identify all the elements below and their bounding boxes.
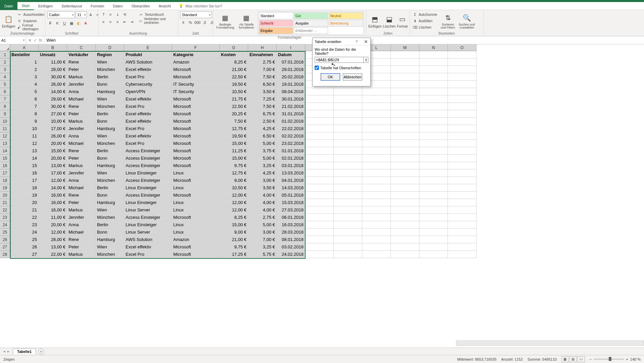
italic-button[interactable]: K — [54, 20, 60, 26]
row-header[interactable]: 20 — [0, 192, 10, 199]
cell[interactable]: 21.02.2018 — [277, 103, 305, 110]
cell[interactable] — [419, 103, 448, 110]
cell[interactable]: 3,00 € — [248, 177, 277, 184]
cell[interactable]: Markus — [67, 206, 96, 214]
view-page-break-button[interactable]: ▭ — [578, 356, 585, 362]
cell[interactable] — [419, 95, 448, 103]
cell[interactable]: OpenVPN — [124, 88, 172, 95]
align-left-icon[interactable]: ≡ — [100, 19, 106, 25]
cell[interactable]: 15 — [10, 162, 39, 169]
cell[interactable] — [362, 132, 391, 140]
cell[interactable] — [305, 118, 334, 125]
currency-icon[interactable]: € — [180, 19, 186, 26]
cell[interactable]: 4,00 € — [248, 192, 277, 199]
cell[interactable]: Wien — [96, 243, 124, 251]
zoom-slider[interactable]: − + 140 % — [590, 357, 641, 361]
cell[interactable]: München — [96, 214, 124, 221]
cell[interactable]: Markus — [67, 162, 96, 169]
cell[interactable] — [362, 184, 391, 192]
cell[interactable] — [391, 110, 419, 118]
format-as-table-button[interactable]: ▦Als Tabelle formatieren — [236, 11, 256, 31]
col-header-C[interactable]: C — [67, 44, 96, 51]
cell[interactable]: 15,00 € — [39, 147, 67, 155]
cell[interactable]: 17,00 € — [39, 169, 67, 177]
format-painter-button[interactable]: 🖌Format übertragen — [16, 24, 45, 30]
cell[interactable]: Rene — [67, 147, 96, 155]
cell[interactable] — [391, 169, 419, 177]
cell[interactable] — [448, 177, 476, 184]
number-format-combo[interactable]: Standard — [180, 11, 212, 18]
cell[interactable] — [448, 88, 476, 95]
cell[interactable]: IT Security — [172, 88, 220, 95]
cell[interactable]: Einnahmen — [248, 51, 277, 58]
cell[interactable] — [391, 66, 419, 73]
cell[interactable]: Linux — [172, 184, 220, 192]
cell[interactable] — [391, 243, 419, 251]
cell[interactable]: Microsoft — [172, 103, 220, 110]
row-header[interactable]: 25 — [0, 229, 10, 236]
cell[interactable]: Microsoft — [172, 147, 220, 155]
cell[interactable]: Peter — [67, 110, 96, 118]
cell[interactable]: 08.01.2018 — [277, 236, 305, 243]
cell[interactable]: 30,00 € — [39, 73, 67, 81]
cell[interactable] — [448, 58, 476, 66]
cell[interactable]: Excel Pro — [124, 125, 172, 132]
cell[interactable] — [448, 229, 476, 236]
cell[interactable]: 12,00 € — [39, 177, 67, 184]
cell[interactable] — [334, 140, 362, 147]
cell[interactable]: Hamburg — [96, 199, 124, 206]
cell[interactable]: Microsoft — [172, 118, 220, 125]
cell[interactable] — [362, 206, 391, 214]
cell[interactable] — [391, 199, 419, 206]
cell[interactable]: 02.02.2018 — [277, 132, 305, 140]
cell[interactable]: 21 — [10, 206, 39, 214]
cell[interactable]: 19 — [10, 192, 39, 199]
row-header[interactable]: 21 — [0, 199, 10, 206]
cell[interactable] — [305, 169, 334, 177]
cell-styles-gallery[interactable]: Standard Gut Neutral Schlecht Ausgabe Be… — [258, 11, 364, 35]
cell[interactable]: 10,50 € — [220, 88, 248, 95]
cell[interactable] — [419, 125, 448, 132]
cell[interactable]: 20,00 € — [39, 140, 67, 147]
cell[interactable]: Rene — [67, 236, 96, 243]
conditional-format-button[interactable]: ▦Bedingte Formatierung — [215, 11, 235, 31]
cell[interactable]: Wien — [96, 95, 124, 103]
cell[interactable]: 7,50 € — [248, 73, 277, 81]
cell[interactable]: Access Einsteiger — [124, 147, 172, 155]
cell[interactable]: 20.02.2018 — [277, 73, 305, 81]
zoom-out-button[interactable]: − — [590, 357, 592, 361]
cell[interactable]: Bonn — [96, 192, 124, 199]
cell[interactable]: Microsoft — [172, 132, 220, 140]
cell[interactable]: Berlin — [96, 73, 124, 81]
cell[interactable]: Microsoft — [172, 95, 220, 103]
cut-button[interactable]: ✂Ausschneiden — [16, 11, 45, 17]
wrap-text-button[interactable]: ↩Textumbruch — [138, 11, 176, 17]
cell[interactable]: 15,00 € — [220, 221, 248, 229]
cell[interactable] — [419, 88, 448, 95]
indent-dec-icon[interactable]: ⇤ — [122, 19, 128, 25]
col-header-D[interactable]: D — [96, 44, 124, 51]
cell[interactable]: Kosten — [220, 51, 248, 58]
cell[interactable]: Markus — [67, 73, 96, 81]
cell[interactable] — [391, 214, 419, 221]
cell[interactable]: Produkt — [124, 51, 172, 58]
cell[interactable]: 21,75 € — [220, 95, 248, 103]
row-header[interactable]: 10 — [0, 118, 10, 125]
cell[interactable] — [305, 192, 334, 199]
cell[interactable] — [448, 192, 476, 199]
tell-me-search[interactable]: 💡Was möchten Sie tun? — [175, 4, 226, 8]
cell[interactable] — [419, 58, 448, 66]
cell[interactable] — [419, 192, 448, 199]
cell[interactable]: München — [96, 140, 124, 147]
table-range-input[interactable] — [315, 57, 364, 63]
cell[interactable] — [334, 169, 362, 177]
cell[interactable] — [362, 162, 391, 169]
cell[interactable] — [362, 199, 391, 206]
cell[interactable]: Excel Pro — [124, 73, 172, 81]
cell[interactable] — [391, 236, 419, 243]
cell[interactable] — [334, 155, 362, 162]
cell[interactable] — [419, 147, 448, 155]
cell[interactable]: 4,25 € — [248, 125, 277, 132]
row-header[interactable]: 28 — [0, 251, 10, 258]
cell[interactable]: Anna — [67, 177, 96, 184]
